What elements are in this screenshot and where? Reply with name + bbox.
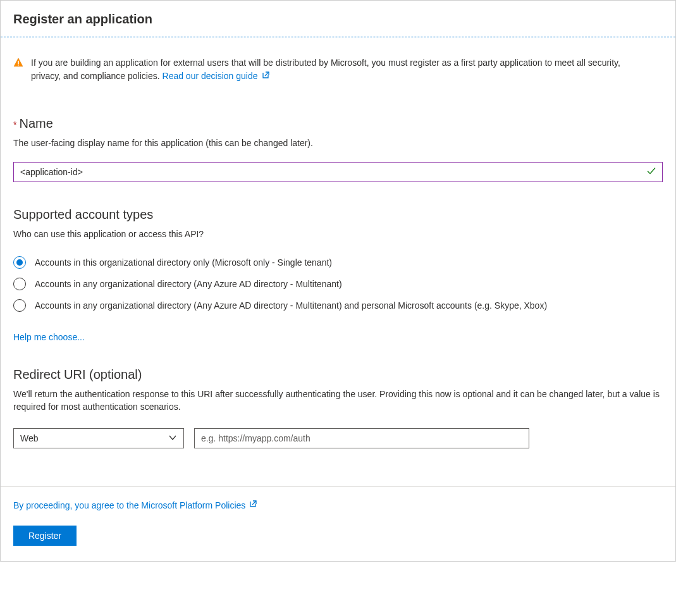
radio-label: Accounts in any organizational directory… xyxy=(35,300,547,311)
external-link-icon xyxy=(248,500,257,510)
panel-content: If you are building an application for e… xyxy=(1,37,675,448)
application-name-input[interactable] xyxy=(13,162,663,182)
chevron-down-icon xyxy=(168,433,177,444)
platform-policies-link[interactable]: By proceeding, you agree to the Microsof… xyxy=(13,500,257,510)
radio-multitenant-personal[interactable]: Accounts in any organizational directory… xyxy=(13,299,663,312)
decision-guide-link[interactable]: Read our decision guide xyxy=(163,71,269,81)
warning-icon xyxy=(13,58,23,70)
required-indicator: * xyxy=(13,120,16,130)
warning-alert: If you are building an application for e… xyxy=(13,37,663,91)
checkmark-icon xyxy=(646,166,656,178)
name-section: *Name The user-facing display name for t… xyxy=(13,116,663,183)
radio-label: Accounts in this organizational director… xyxy=(35,257,332,268)
register-button[interactable]: Register xyxy=(13,526,77,546)
svg-rect-1 xyxy=(18,65,19,66)
radio-icon xyxy=(13,256,26,269)
account-types-heading: Supported account types xyxy=(13,207,153,221)
svg-rect-0 xyxy=(18,61,19,64)
account-types-section: Supported account types Who can use this… xyxy=(13,207,663,342)
warning-text: If you are building an application for e… xyxy=(31,56,648,83)
radio-single-tenant[interactable]: Accounts in this organizational director… xyxy=(13,256,663,269)
redirect-uri-section: Redirect URI (optional) We'll return the… xyxy=(13,367,663,448)
page-title: Register an application xyxy=(13,12,663,27)
radio-label: Accounts in any organizational directory… xyxy=(35,279,342,289)
radio-multitenant[interactable]: Accounts in any organizational directory… xyxy=(13,278,663,290)
register-application-panel: Register an application If you are build… xyxy=(0,0,676,562)
account-types-radio-group: Accounts in this organizational director… xyxy=(13,256,663,312)
external-link-icon xyxy=(261,70,269,83)
panel-header: Register an application xyxy=(1,1,675,37)
name-hint: The user-facing display name for this ap… xyxy=(13,137,663,150)
help-me-choose-link[interactable]: Help me choose... xyxy=(13,332,85,342)
redirect-uri-hint: We'll return the authentication response… xyxy=(13,388,663,413)
platform-dropdown[interactable]: Web xyxy=(13,428,184,448)
radio-icon xyxy=(13,278,26,290)
name-label: Name xyxy=(19,116,52,130)
redirect-uri-input[interactable] xyxy=(194,428,529,448)
dropdown-value: Web xyxy=(20,433,39,443)
radio-icon xyxy=(13,299,26,312)
redirect-uri-heading: Redirect URI (optional) xyxy=(13,367,142,381)
account-types-hint: Who can use this application or access t… xyxy=(13,228,663,241)
panel-footer: By proceeding, you agree to the Microsof… xyxy=(1,486,675,561)
